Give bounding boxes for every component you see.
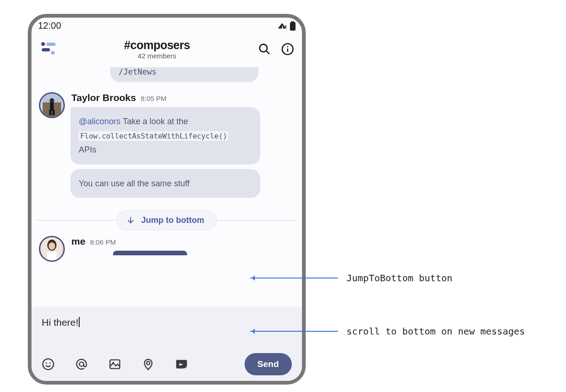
svg-rect-23 xyxy=(47,252,57,261)
svg-rect-0 xyxy=(285,27,286,28)
inline-code: Flow.collectAsStateWithLifecycle() xyxy=(79,131,228,141)
annotation-label: JumpToBottom button xyxy=(346,272,453,284)
message-time: 8:05 PM xyxy=(141,95,167,102)
svg-point-27 xyxy=(79,362,83,366)
message-bubble: /JetNews xyxy=(110,67,258,82)
svg-point-4 xyxy=(41,42,45,46)
video-call-button[interactable] xyxy=(175,358,188,371)
avatar-image-icon xyxy=(43,93,61,117)
divider-row: Jump to bottom xyxy=(31,209,302,231)
input-text: Hi there! xyxy=(42,317,78,328)
location-pin-icon xyxy=(142,358,155,371)
mention[interactable]: @aliconors xyxy=(79,117,120,126)
svg-point-22 xyxy=(49,242,55,250)
svg-point-26 xyxy=(50,362,51,364)
svg-point-24 xyxy=(43,359,53,369)
svg-point-7 xyxy=(51,51,55,55)
app-logo-icon[interactable] xyxy=(39,41,60,57)
svg-rect-17 xyxy=(49,110,51,115)
jump-to-bottom-label: Jump to bottom xyxy=(141,215,204,225)
avatar-image-icon xyxy=(43,237,61,261)
message-text: You can use all the same stuff xyxy=(79,179,189,188)
svg-rect-16 xyxy=(50,102,54,111)
at-icon xyxy=(75,358,88,371)
send-button[interactable]: Send xyxy=(245,353,292,375)
message-time: 8:06 PM xyxy=(90,238,116,246)
svg-point-15 xyxy=(50,98,54,103)
svg-rect-5 xyxy=(46,43,56,46)
message-text: APIs xyxy=(79,145,96,154)
text-cursor-icon xyxy=(79,317,80,327)
emoji-button[interactable] xyxy=(42,358,55,371)
chat-scroll-area[interactable]: /JetNews Taylor Brooks 8:05 PM xyxy=(31,67,302,317)
phone-frame: 12:00 #composers 42 members xyxy=(28,14,306,385)
image-button[interactable] xyxy=(108,358,121,371)
image-icon xyxy=(108,358,121,371)
channel-title: #composers xyxy=(66,38,248,52)
status-bar: 12:00 xyxy=(31,18,302,32)
svg-point-30 xyxy=(147,361,150,365)
message-bubble: You can use all the same stuff xyxy=(70,169,260,198)
jump-to-bottom-button[interactable]: Jump to bottom xyxy=(117,210,217,230)
wifi-alert-icon xyxy=(277,22,287,30)
status-time: 12:00 xyxy=(38,20,61,31)
avatar[interactable] xyxy=(39,92,65,118)
message-bubble: @aliconors Take a look at the Flow.colle… xyxy=(70,107,260,164)
annotation-arrow-icon xyxy=(250,331,338,332)
svg-point-12 xyxy=(287,46,289,47)
message-bubble-peek xyxy=(113,251,187,255)
message-text: /JetNews xyxy=(119,67,157,76)
avatar[interactable] xyxy=(39,236,65,262)
annotation-arrow-icon xyxy=(250,278,338,278)
message-composer: Hi there! Send xyxy=(31,307,302,381)
message-author: Taylor Brooks xyxy=(71,92,136,103)
info-icon xyxy=(281,43,294,56)
arrow-down-icon xyxy=(126,216,135,224)
svg-rect-1 xyxy=(285,25,286,27)
svg-point-8 xyxy=(260,44,267,52)
search-icon xyxy=(258,43,271,56)
message-row: Taylor Brooks 8:05 PM @aliconors Take a … xyxy=(31,92,302,202)
svg-rect-3 xyxy=(290,22,296,31)
battery-icon xyxy=(290,21,296,31)
mention-button[interactable] xyxy=(75,358,88,371)
message-author: me xyxy=(71,236,85,247)
message-text: Take a look at the xyxy=(120,117,188,126)
svg-rect-18 xyxy=(52,110,55,115)
svg-point-29 xyxy=(113,362,114,364)
channel-members: 42 members xyxy=(66,52,248,60)
video-icon xyxy=(175,358,188,371)
search-button[interactable] xyxy=(258,42,271,56)
svg-rect-6 xyxy=(42,48,50,51)
message-row: me 8:06 PM xyxy=(31,236,302,262)
app-header: #composers 42 members xyxy=(31,32,302,67)
location-button[interactable] xyxy=(142,358,155,371)
emoji-icon xyxy=(42,358,55,371)
annotation-label: scroll to bottom on new messages xyxy=(346,326,525,337)
send-label: Send xyxy=(258,359,279,369)
svg-point-25 xyxy=(46,362,47,364)
svg-line-9 xyxy=(266,51,269,54)
info-button[interactable] xyxy=(281,42,295,56)
